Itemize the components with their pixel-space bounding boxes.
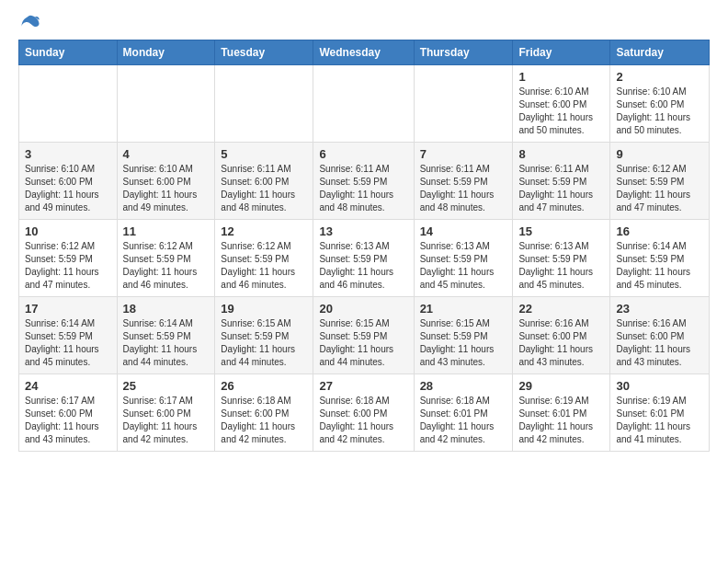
header	[18, 14, 710, 30]
day-info: Sunrise: 6:19 AM Sunset: 6:01 PM Dayligh…	[518, 395, 604, 446]
page: SundayMondayTuesdayWednesdayThursdayFrid…	[0, 0, 728, 465]
day-number: 26	[221, 379, 307, 393]
calendar-week-row: 10Sunrise: 6:12 AM Sunset: 5:59 PM Dayli…	[19, 220, 710, 297]
day-info: Sunrise: 6:14 AM Sunset: 5:59 PM Dayligh…	[616, 240, 703, 292]
calendar-cell: 12Sunrise: 6:12 AM Sunset: 5:59 PM Dayli…	[215, 220, 313, 297]
logo-top	[18, 14, 42, 30]
calendar-cell	[215, 65, 313, 143]
weekday-header-tuesday: Tuesday	[215, 40, 313, 65]
calendar-cell: 18Sunrise: 6:14 AM Sunset: 5:59 PM Dayli…	[117, 297, 215, 374]
day-number: 29	[518, 379, 604, 393]
day-number: 12	[221, 224, 307, 238]
calendar-cell: 29Sunrise: 6:19 AM Sunset: 6:01 PM Dayli…	[513, 374, 610, 452]
calendar-cell: 4Sunrise: 6:10 AM Sunset: 6:00 PM Daylig…	[117, 143, 215, 220]
calendar: SundayMondayTuesdayWednesdayThursdayFrid…	[18, 40, 710, 452]
calendar-cell: 22Sunrise: 6:16 AM Sunset: 6:00 PM Dayli…	[513, 297, 610, 374]
weekday-header-wednesday: Wednesday	[313, 40, 414, 65]
calendar-cell: 10Sunrise: 6:12 AM Sunset: 5:59 PM Dayli…	[19, 220, 118, 297]
day-number: 28	[420, 379, 507, 393]
calendar-cell: 9Sunrise: 6:12 AM Sunset: 5:59 PM Daylig…	[610, 143, 710, 220]
day-info: Sunrise: 6:10 AM Sunset: 6:00 PM Dayligh…	[518, 86, 604, 137]
calendar-cell: 17Sunrise: 6:14 AM Sunset: 5:59 PM Dayli…	[19, 297, 118, 374]
weekday-header-saturday: Saturday	[610, 40, 710, 65]
day-info: Sunrise: 6:18 AM Sunset: 6:01 PM Dayligh…	[420, 395, 507, 446]
day-info: Sunrise: 6:15 AM Sunset: 5:59 PM Dayligh…	[221, 317, 307, 369]
calendar-cell: 30Sunrise: 6:19 AM Sunset: 6:01 PM Dayli…	[610, 374, 710, 452]
day-info: Sunrise: 6:18 AM Sunset: 6:00 PM Dayligh…	[221, 395, 307, 446]
weekday-header-thursday: Thursday	[414, 40, 513, 65]
day-number: 4	[123, 147, 210, 161]
day-number: 10	[25, 224, 111, 238]
day-info: Sunrise: 6:13 AM Sunset: 5:59 PM Dayligh…	[518, 240, 604, 292]
calendar-cell: 13Sunrise: 6:13 AM Sunset: 5:59 PM Dayli…	[313, 220, 414, 297]
weekday-header-sunday: Sunday	[19, 40, 118, 65]
day-number: 21	[420, 302, 507, 316]
calendar-cell: 25Sunrise: 6:17 AM Sunset: 6:00 PM Dayli…	[117, 374, 215, 452]
calendar-cell: 5Sunrise: 6:11 AM Sunset: 6:00 PM Daylig…	[215, 143, 313, 220]
day-info: Sunrise: 6:16 AM Sunset: 6:00 PM Dayligh…	[616, 317, 703, 369]
calendar-cell: 2Sunrise: 6:10 AM Sunset: 6:00 PM Daylig…	[610, 65, 710, 143]
day-number: 27	[319, 379, 407, 393]
calendar-header: SundayMondayTuesdayWednesdayThursdayFrid…	[19, 40, 710, 65]
day-number: 7	[420, 147, 507, 161]
day-info: Sunrise: 6:10 AM Sunset: 6:00 PM Dayligh…	[616, 86, 703, 137]
calendar-cell: 11Sunrise: 6:12 AM Sunset: 5:59 PM Dayli…	[117, 220, 215, 297]
calendar-cell: 28Sunrise: 6:18 AM Sunset: 6:01 PM Dayli…	[414, 374, 513, 452]
weekday-header-friday: Friday	[513, 40, 610, 65]
day-number: 23	[616, 302, 703, 316]
day-number: 25	[123, 379, 210, 393]
calendar-body: 1Sunrise: 6:10 AM Sunset: 6:00 PM Daylig…	[19, 65, 710, 452]
day-info: Sunrise: 6:11 AM Sunset: 5:59 PM Dayligh…	[420, 163, 507, 214]
day-info: Sunrise: 6:18 AM Sunset: 6:00 PM Dayligh…	[319, 395, 407, 446]
day-number: 2	[616, 70, 703, 84]
calendar-cell: 1Sunrise: 6:10 AM Sunset: 6:00 PM Daylig…	[513, 65, 610, 143]
calendar-cell: 3Sunrise: 6:10 AM Sunset: 6:00 PM Daylig…	[19, 143, 118, 220]
calendar-week-row: 1Sunrise: 6:10 AM Sunset: 6:00 PM Daylig…	[19, 65, 710, 143]
day-number: 16	[616, 224, 703, 238]
day-info: Sunrise: 6:14 AM Sunset: 5:59 PM Dayligh…	[123, 317, 210, 369]
day-info: Sunrise: 6:11 AM Sunset: 5:59 PM Dayligh…	[518, 163, 604, 214]
calendar-cell: 7Sunrise: 6:11 AM Sunset: 5:59 PM Daylig…	[414, 143, 513, 220]
day-number: 11	[123, 224, 210, 238]
day-info: Sunrise: 6:12 AM Sunset: 5:59 PM Dayligh…	[221, 240, 307, 292]
calendar-cell: 6Sunrise: 6:11 AM Sunset: 5:59 PM Daylig…	[313, 143, 414, 220]
day-info: Sunrise: 6:11 AM Sunset: 6:00 PM Dayligh…	[221, 163, 307, 214]
calendar-week-row: 3Sunrise: 6:10 AM Sunset: 6:00 PM Daylig…	[19, 143, 710, 220]
day-number: 20	[319, 302, 407, 316]
day-number: 18	[123, 302, 210, 316]
calendar-cell: 23Sunrise: 6:16 AM Sunset: 6:00 PM Dayli…	[610, 297, 710, 374]
calendar-cell: 19Sunrise: 6:15 AM Sunset: 5:59 PM Dayli…	[215, 297, 313, 374]
logo	[18, 14, 42, 30]
day-info: Sunrise: 6:15 AM Sunset: 5:59 PM Dayligh…	[420, 317, 507, 369]
day-info: Sunrise: 6:16 AM Sunset: 6:00 PM Dayligh…	[518, 317, 604, 369]
calendar-cell: 21Sunrise: 6:15 AM Sunset: 5:59 PM Dayli…	[414, 297, 513, 374]
calendar-cell: 15Sunrise: 6:13 AM Sunset: 5:59 PM Dayli…	[513, 220, 610, 297]
day-number: 1	[518, 70, 604, 84]
day-number: 8	[518, 147, 604, 161]
day-number: 3	[25, 147, 111, 161]
calendar-cell: 20Sunrise: 6:15 AM Sunset: 5:59 PM Dayli…	[313, 297, 414, 374]
day-number: 9	[616, 147, 703, 161]
calendar-cell: 24Sunrise: 6:17 AM Sunset: 6:00 PM Dayli…	[19, 374, 118, 452]
weekday-header-monday: Monday	[117, 40, 215, 65]
calendar-cell	[117, 65, 215, 143]
weekday-header-row: SundayMondayTuesdayWednesdayThursdayFrid…	[19, 40, 710, 65]
calendar-week-row: 17Sunrise: 6:14 AM Sunset: 5:59 PM Dayli…	[19, 297, 710, 374]
day-number: 5	[221, 147, 307, 161]
calendar-cell: 16Sunrise: 6:14 AM Sunset: 5:59 PM Dayli…	[610, 220, 710, 297]
calendar-cell	[414, 65, 513, 143]
day-number: 6	[319, 147, 407, 161]
logo-bird-icon	[20, 14, 40, 30]
day-number: 30	[616, 379, 703, 393]
day-info: Sunrise: 6:10 AM Sunset: 6:00 PM Dayligh…	[25, 163, 111, 214]
day-info: Sunrise: 6:19 AM Sunset: 6:01 PM Dayligh…	[616, 395, 703, 446]
day-info: Sunrise: 6:12 AM Sunset: 5:59 PM Dayligh…	[25, 240, 111, 292]
day-info: Sunrise: 6:10 AM Sunset: 6:00 PM Dayligh…	[123, 163, 210, 214]
day-info: Sunrise: 6:17 AM Sunset: 6:00 PM Dayligh…	[25, 395, 111, 446]
day-number: 22	[518, 302, 604, 316]
calendar-cell	[313, 65, 414, 143]
day-info: Sunrise: 6:13 AM Sunset: 5:59 PM Dayligh…	[420, 240, 507, 292]
day-number: 24	[25, 379, 111, 393]
day-info: Sunrise: 6:12 AM Sunset: 5:59 PM Dayligh…	[616, 163, 703, 214]
calendar-cell: 27Sunrise: 6:18 AM Sunset: 6:00 PM Dayli…	[313, 374, 414, 452]
